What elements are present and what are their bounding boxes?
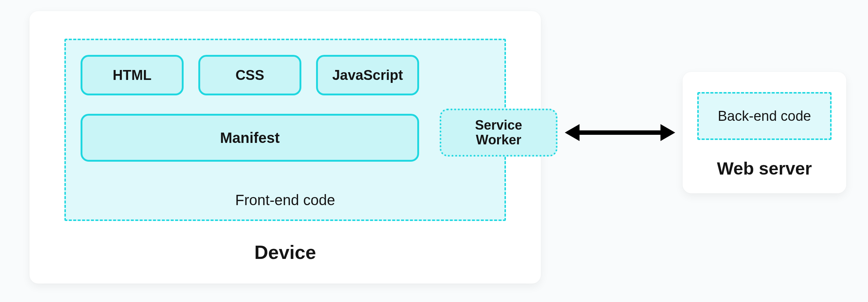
html-label: HTML [113, 67, 152, 83]
svg-marker-1 [565, 124, 580, 141]
backend-code-label: Back-end code [718, 108, 811, 124]
service-worker-box: Service Worker [440, 109, 557, 157]
frontend-code-label: Front-end code [66, 192, 504, 208]
web-server-title: Web server [683, 158, 846, 179]
backend-code-box: Back-end code [697, 92, 832, 140]
css-label: CSS [235, 67, 264, 83]
javascript-box: JavaScript [316, 55, 419, 95]
manifest-label: Manifest [220, 130, 280, 146]
html-box: HTML [81, 55, 184, 95]
service-worker-line2: Worker [476, 133, 521, 147]
javascript-label: JavaScript [332, 67, 403, 83]
diagram-stage: HTML CSS JavaScript Manifest Front-end c… [0, 0, 868, 302]
manifest-box: Manifest [81, 114, 419, 162]
bidirectional-arrow-icon [565, 120, 675, 145]
svg-marker-2 [660, 124, 675, 141]
web-server-panel: Back-end code Web server [683, 72, 846, 193]
tech-row: HTML CSS JavaScript [81, 55, 419, 95]
device-title: Device [29, 241, 541, 263]
css-box: CSS [198, 55, 301, 95]
service-worker-line1: Service [475, 118, 522, 133]
